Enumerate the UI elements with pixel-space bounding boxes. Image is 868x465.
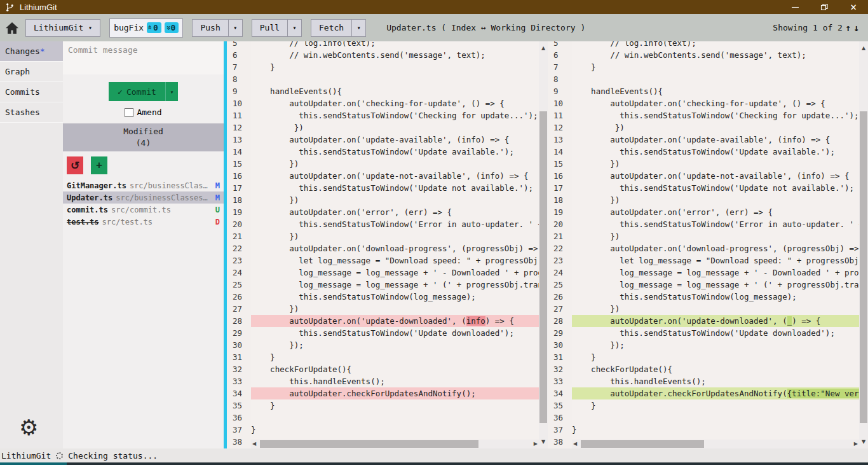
branch-status[interactable]: bugFix «0 «0 bbox=[109, 18, 183, 38]
sidebar-item-commits[interactable]: Commits bbox=[0, 82, 63, 102]
restore-button[interactable] bbox=[810, 0, 839, 14]
diff-line: 31 } bbox=[227, 351, 539, 363]
sidebar-item-changes[interactable]: Changes* bbox=[0, 41, 63, 62]
fetch-options-caret[interactable]: ▾ bbox=[352, 19, 366, 37]
diff-left-hscrollbar[interactable]: ◀ ▶ bbox=[251, 440, 539, 448]
diff-line: 18 }) bbox=[227, 194, 539, 206]
prev-change-arrow-icon[interactable]: ↑ bbox=[845, 22, 851, 34]
diff-line: 21 }) bbox=[227, 230, 539, 242]
status-message: Checking status... bbox=[68, 451, 158, 461]
file-row[interactable]: test.tssrc/test.tsD bbox=[63, 216, 224, 228]
diff-line: 23 let log_message = "Download speed: " … bbox=[548, 254, 859, 267]
diff-line: 27 }) bbox=[227, 303, 539, 315]
amend-label: Amend bbox=[137, 108, 161, 117]
diff-line: 30 }); bbox=[548, 339, 859, 351]
diff-line: 37} bbox=[548, 424, 859, 436]
diff-line: 26 this.sendStatusToWindow(log_message); bbox=[227, 291, 539, 303]
scroll-down-icon[interactable]: ▼ bbox=[859, 439, 868, 445]
diff-line: 30 }); bbox=[227, 339, 539, 351]
settings-gear-icon[interactable]: ⚙ bbox=[19, 417, 38, 438]
file-row[interactable]: Updater.tssrc/businessClasses/Upd…M bbox=[63, 191, 224, 204]
minimize-button[interactable] bbox=[780, 0, 810, 14]
scroll-left-icon[interactable]: ◀ bbox=[252, 440, 256, 448]
double-chevron-up-icon: « bbox=[146, 25, 156, 31]
home-icon[interactable] bbox=[5, 22, 19, 34]
undo-icon: ↺ bbox=[71, 159, 79, 172]
diff-line: 33 this.handleEvents(); bbox=[227, 375, 539, 387]
push-options-caret[interactable]: ▾ bbox=[229, 19, 243, 37]
scroll-up-icon[interactable]: ▲ bbox=[539, 45, 548, 51]
diff-line: 7 } bbox=[548, 61, 859, 73]
diff-line: 10 autoUpdater.on('checking-for-update',… bbox=[548, 97, 859, 109]
statusbar-app-label: LithiumGit bbox=[1, 451, 51, 461]
scroll-right-icon[interactable]: ▶ bbox=[854, 440, 858, 448]
fetch-button[interactable]: Fetch bbox=[311, 19, 352, 37]
status-badge: M bbox=[215, 181, 220, 190]
diff-line: 36 bbox=[227, 412, 539, 424]
behind-badge[interactable]: «0 bbox=[165, 22, 179, 33]
scroll-up-icon[interactable]: ▲ bbox=[859, 45, 868, 51]
diff-line: 15 }) bbox=[548, 158, 859, 170]
sidebar-item-stashes[interactable]: Stashes bbox=[0, 102, 63, 123]
app-branch-icon bbox=[5, 3, 15, 12]
diff-line: 37} bbox=[227, 424, 539, 436]
diff-line: 24 log_message = log_message + ' - Downl… bbox=[548, 267, 859, 279]
diff-line: 32 checkForUpdate(){ bbox=[548, 363, 859, 375]
spinner-icon bbox=[56, 452, 63, 459]
next-change-arrow-icon[interactable]: ↓ bbox=[853, 22, 859, 34]
diff-line: 5 // log.info(text); bbox=[548, 41, 859, 49]
pull-options-caret[interactable]: ▾ bbox=[288, 19, 302, 37]
diff-line: 34 autoUpdater.checkForUpdatesAndNotify(… bbox=[227, 387, 539, 399]
diff-line: 8 bbox=[548, 73, 859, 85]
sidebar-nav: Changes*GraphCommitsStashes⚙ bbox=[0, 41, 63, 448]
diff-line: 9 handleEvents(){ bbox=[548, 85, 859, 97]
diff-line: 16 autoUpdater.on('update-not-available'… bbox=[548, 170, 859, 182]
status-bar: LithiumGit Checking status... bbox=[0, 448, 868, 462]
diff-line: 20 this.sendStatusToWindow('Error in aut… bbox=[227, 218, 539, 230]
diff-right-hscrollbar[interactable]: ◀ ▶ bbox=[572, 440, 859, 448]
push-button[interactable]: Push bbox=[192, 19, 228, 37]
commit-button[interactable]: ✓ Commit ▾ bbox=[109, 82, 178, 101]
scroll-right-icon[interactable]: ▶ bbox=[534, 440, 538, 448]
diff-right-vscrollbar[interactable]: ▲ ▼ bbox=[859, 41, 868, 448]
diff-line: 6 // win.webContents.send('message', tex… bbox=[548, 49, 859, 61]
file-row[interactable]: GitManager.tssrc/businessClasses/…M bbox=[63, 179, 224, 191]
diff-line: 32 checkForUpdate(){ bbox=[227, 363, 539, 375]
diff-line: 31 } bbox=[548, 351, 859, 363]
diff-line: 19 autoUpdater.on('error', (err) => { bbox=[227, 206, 539, 218]
title-bar: LithiumGit × bbox=[0, 0, 868, 14]
diff-line: 35 } bbox=[227, 399, 539, 412]
diff-line: 25 log_message = log_message + ' (' + pr… bbox=[548, 279, 859, 291]
plus-icon: + bbox=[96, 159, 102, 172]
discard-changes-button[interactable]: ↺ bbox=[67, 156, 83, 174]
diff-line: 15 }) bbox=[227, 158, 539, 170]
double-chevron-down-icon: « bbox=[163, 25, 173, 31]
diff-line: 14 this.sendStatusToWindow('Update avail… bbox=[548, 146, 859, 158]
amend-checkbox[interactable] bbox=[125, 108, 133, 117]
diff-line: 12 }) bbox=[227, 121, 539, 134]
modified-section-header[interactable]: Modified (4) bbox=[63, 123, 224, 151]
diff-left-vscrollbar[interactable]: ▲ ▼ bbox=[539, 41, 548, 448]
diff-paging-label: Showing 1 of 2 bbox=[773, 23, 843, 32]
diff-line: 22 autoUpdater.on('download-progress', (… bbox=[548, 242, 859, 254]
diff-right-rows: 5 // log.info(text);6 // win.webContents… bbox=[548, 41, 859, 448]
close-button[interactable]: × bbox=[839, 0, 868, 14]
ahead-badge[interactable]: «0 bbox=[147, 22, 161, 33]
sidebar-item-graph[interactable]: Graph bbox=[0, 62, 63, 82]
diff-line: 11 this.sendStatusToWindow('Checking for… bbox=[227, 109, 539, 121]
repo-dropdown-button[interactable]: LithiumGit ▾ bbox=[25, 19, 100, 37]
diff-line: 6 // win.webContents.send('message', tex… bbox=[227, 49, 539, 61]
diff-line: 7 } bbox=[227, 61, 539, 73]
diff-line: 16 autoUpdater.on('update-not-available'… bbox=[227, 170, 539, 182]
diff-line: 25 log_message = log_message + ' (' + pr… bbox=[227, 279, 539, 291]
scroll-down-icon[interactable]: ▼ bbox=[539, 439, 548, 445]
main-area: Changes*GraphCommitsStashes⚙ ✓ Commit ▾ … bbox=[0, 41, 868, 448]
commit-message-input[interactable] bbox=[63, 41, 224, 74]
file-row[interactable]: commit.tssrc/commit.tsU bbox=[63, 204, 224, 216]
commit-options-caret[interactable]: ▾ bbox=[165, 82, 178, 101]
pull-button[interactable]: Pull bbox=[252, 19, 288, 37]
diff-line: 10 autoUpdater.on('checking-for-update',… bbox=[227, 97, 539, 109]
scroll-left-icon[interactable]: ◀ bbox=[573, 440, 577, 448]
diff-line: 9 handleEvents(){ bbox=[227, 85, 539, 97]
stage-all-button[interactable]: + bbox=[91, 156, 107, 174]
